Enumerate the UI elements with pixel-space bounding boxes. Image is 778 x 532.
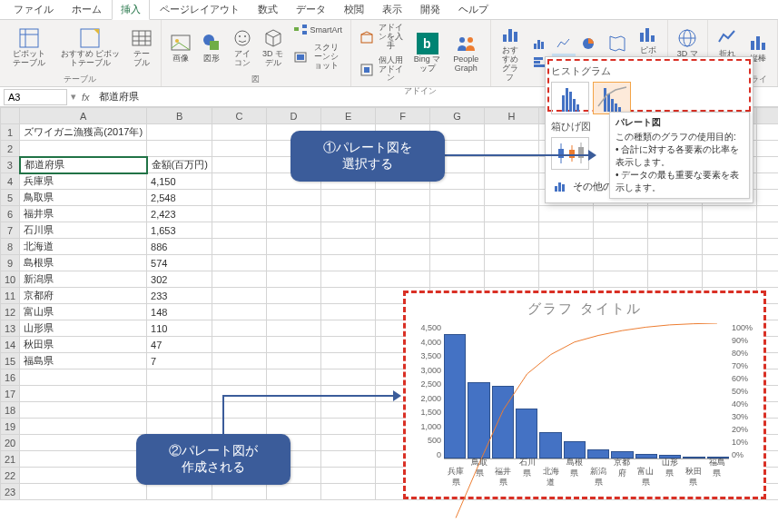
boxwhisker-thumb[interactable] — [551, 137, 589, 170]
cell-C13[interactable] — [212, 320, 267, 337]
cell-J9[interactable] — [594, 255, 648, 271]
cell-A22[interactable] — [20, 468, 147, 484]
cell-E18[interactable] — [321, 402, 376, 419]
cell-M4[interactable] — [757, 173, 778, 190]
cell-E8[interactable] — [321, 239, 376, 255]
smartart-button[interactable]: SmartArt — [291, 22, 346, 40]
cell-E15[interactable] — [321, 353, 376, 369]
cell-C6[interactable] — [212, 206, 267, 222]
cell-C8[interactable] — [212, 239, 267, 255]
column-chart-button[interactable] — [527, 34, 551, 53]
cell-B17[interactable] — [147, 386, 212, 402]
cell-M2[interactable] — [757, 141, 778, 157]
cell-B3[interactable]: 金額(百万円) — [147, 157, 212, 173]
cell-J6[interactable] — [594, 206, 648, 222]
cell-G10[interactable] — [430, 271, 485, 288]
cell-B15[interactable]: 7 — [147, 353, 212, 369]
cell-C23[interactable] — [212, 484, 267, 500]
cell-J10[interactable] — [594, 271, 648, 288]
cell-K8[interactable] — [648, 239, 703, 255]
cell-I7[interactable] — [539, 222, 594, 239]
cell-E9[interactable] — [321, 255, 376, 271]
cell-E21[interactable] — [321, 451, 376, 468]
cell-E16[interactable] — [321, 369, 376, 386]
cell-H5[interactable] — [485, 190, 539, 206]
cell-E6[interactable] — [321, 206, 376, 222]
cell-E5[interactable] — [321, 190, 376, 206]
cell-H6[interactable] — [485, 206, 539, 222]
cell-B10[interactable]: 302 — [147, 271, 212, 288]
cell-I10[interactable] — [539, 271, 594, 288]
cell-D8[interactable] — [267, 239, 321, 255]
icons-button[interactable]: アイ コン — [229, 25, 256, 70]
cell-F8[interactable] — [376, 239, 430, 255]
cell-M9[interactable] — [757, 255, 778, 271]
cell-B8[interactable]: 886 — [147, 239, 212, 255]
cell-D11[interactable] — [267, 288, 321, 304]
cell-C14[interactable] — [212, 337, 267, 353]
cell-C1[interactable] — [212, 124, 267, 141]
cell-C11[interactable] — [212, 288, 267, 304]
cell-A14[interactable]: 秋田県 — [20, 337, 147, 353]
cell-M5[interactable] — [757, 190, 778, 206]
cell-D16[interactable] — [267, 369, 321, 386]
screenshot-button[interactable]: スクリーンショット — [291, 42, 346, 73]
cell-B5[interactable]: 2,548 — [147, 190, 212, 206]
get-addins-button[interactable]: アドインを入手 — [357, 22, 408, 53]
cell-J7[interactable] — [594, 222, 648, 239]
cell-H8[interactable] — [485, 239, 539, 255]
cell-C4[interactable] — [212, 173, 267, 190]
cell-B9[interactable]: 574 — [147, 255, 212, 271]
cell-K7[interactable] — [648, 222, 703, 239]
cell-D13[interactable] — [267, 320, 321, 337]
cell-C16[interactable] — [212, 369, 267, 386]
cell-H4[interactable] — [485, 173, 539, 190]
cell-B16[interactable] — [147, 369, 212, 386]
cell-B2[interactable] — [147, 141, 212, 157]
cell-H3[interactable] — [485, 157, 539, 173]
cell-H7[interactable] — [485, 222, 539, 239]
cell-F7[interactable] — [376, 222, 430, 239]
cell-A23[interactable] — [20, 484, 147, 500]
cell-B19[interactable] — [147, 419, 212, 435]
cell-H10[interactable] — [485, 271, 539, 288]
cell-M1[interactable] — [757, 124, 778, 141]
cell-A12[interactable]: 富山県 — [20, 304, 147, 320]
cell-A20[interactable] — [20, 435, 147, 451]
cell-F5[interactable] — [376, 190, 430, 206]
cell-B7[interactable]: 1,653 — [147, 222, 212, 239]
name-box[interactable] — [4, 89, 67, 105]
cell-D14[interactable] — [267, 337, 321, 353]
cell-D15[interactable] — [267, 353, 321, 369]
cell-G6[interactable] — [430, 206, 485, 222]
my-addins-button[interactable]: 個人用アドイン — [357, 54, 408, 85]
tab-developer[interactable]: 開発 — [412, 0, 448, 19]
pivottable-button[interactable]: ピボット テーブル — [5, 25, 53, 70]
cell-E19[interactable] — [321, 419, 376, 435]
bing-maps-button[interactable]: bBing マップ — [411, 31, 444, 75]
line-chart-button[interactable] — [552, 34, 576, 53]
cell-I8[interactable] — [539, 239, 594, 255]
tab-data[interactable]: データ — [288, 0, 334, 19]
pareto-thumb[interactable] — [593, 82, 631, 114]
cell-C15[interactable] — [212, 353, 267, 369]
tab-view[interactable]: 表示 — [374, 0, 410, 19]
cell-D18[interactable] — [267, 402, 321, 419]
cell-C7[interactable] — [212, 222, 267, 239]
cell-D5[interactable] — [267, 190, 321, 206]
cell-E12[interactable] — [321, 304, 376, 320]
cell-A2[interactable] — [20, 141, 147, 157]
cell-G7[interactable] — [430, 222, 485, 239]
tab-review[interactable]: 校閲 — [336, 0, 372, 19]
cell-A21[interactable] — [20, 451, 147, 468]
tab-formulas[interactable]: 数式 — [250, 0, 286, 19]
cell-A3[interactable]: 都道府県 — [20, 157, 147, 173]
cell-B23[interactable] — [147, 484, 212, 500]
cell-D23[interactable] — [267, 484, 321, 500]
histogram-thumb[interactable] — [551, 82, 589, 114]
cell-M6[interactable] — [757, 206, 778, 222]
table-button[interactable]: テーブル — [128, 25, 155, 70]
cell-E7[interactable] — [321, 222, 376, 239]
images-button[interactable]: 画像 — [167, 30, 194, 65]
cell-E11[interactable] — [321, 288, 376, 304]
